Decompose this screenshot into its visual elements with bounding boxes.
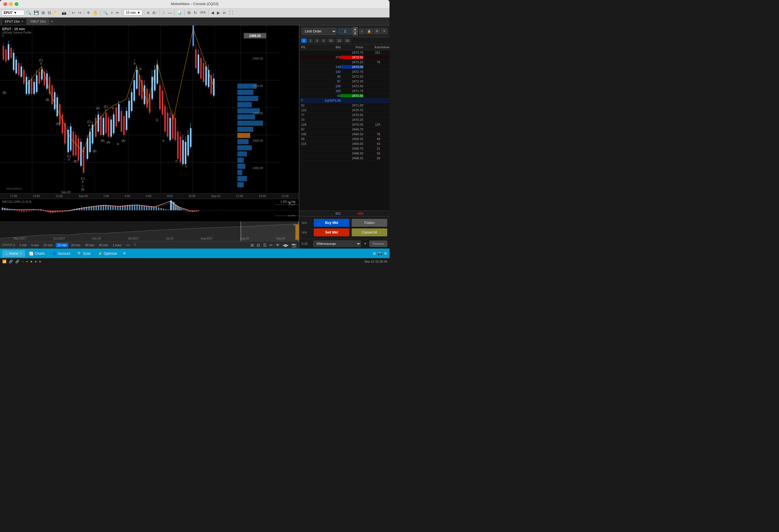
tf-30min-button[interactable]: 30 min <box>83 243 96 247</box>
table-row[interactable]: 128 2470.00 129 <box>299 122 390 127</box>
search-button[interactable]: 🔍 <box>25 10 32 15</box>
buy-market-button[interactable]: Buy Mkt <box>314 219 349 227</box>
tf-20min-button[interactable]: 20 min <box>69 243 82 247</box>
table-row[interactable]: 2468.25 29 <box>299 156 390 161</box>
bottom-tab-home[interactable]: ⌂ Home ✕ <box>2 250 25 257</box>
table-row[interactable]: 90 2472.50 275 <box>299 74 390 79</box>
num-tab-5[interactable]: 5 <box>320 39 326 43</box>
table-row[interactable]: 7 2@2471.25 1363 <box>299 98 390 103</box>
table-row[interactable]: 142 2472.75 245 <box>299 69 390 74</box>
num-tab-15[interactable]: 15 <box>336 39 343 43</box>
zoom-out-button[interactable]: 🔍 <box>102 10 109 15</box>
flatten-button[interactable]: Flatten <box>352 219 387 227</box>
num-tab-20[interactable]: 20 <box>344 39 351 43</box>
order-settings-icon[interactable]: ≡ <box>359 28 364 34</box>
table-row[interactable]: 97 2472.25 233 <box>299 79 390 84</box>
table-row[interactable]: 2468.50 34 <box>299 151 390 156</box>
tab-ymu7[interactable]: YMU7 15m <box>27 18 49 24</box>
tf-10min-button[interactable]: 10 min <box>42 243 55 247</box>
order-lock-icon[interactable]: 🔒 <box>365 28 373 34</box>
chart-list-button[interactable]: ☰ <box>262 242 267 248</box>
overview-panel[interactable]: ✕ May-2017 Jun-2017 Jun-18 Jul-2017 Jul-… <box>0 221 299 241</box>
main-chart[interactable]: EPU7 - 15 min (A)Daily Volume Profile 5 <box>0 25 299 193</box>
ofa-button[interactable]: OFA <box>199 10 206 15</box>
quantity-input[interactable] <box>338 28 352 35</box>
tf-1min-button[interactable]: 1 min <box>17 243 28 247</box>
bottom-layout-button[interactable]: ⊞ <box>373 251 376 256</box>
close-button[interactable] <box>3 2 7 6</box>
tab-epu7-close[interactable]: ✕ <box>21 20 23 23</box>
table-row[interactable]: 77 2470.50 625 <box>299 113 390 118</box>
num-tab-10[interactable]: 10 <box>327 39 335 43</box>
font-size-button[interactable]: A <box>146 10 150 15</box>
timeframe-selector[interactable]: 15 min ▼ <box>124 10 142 15</box>
draw-button[interactable]: ✏ <box>115 10 120 15</box>
settings-button[interactable]: ⚙ <box>186 10 192 15</box>
table-row[interactable]: 67 2469.75 132 <box>299 127 390 132</box>
table-row[interactable]: 148 2473.00 137 <box>299 65 390 69</box>
cancel-all-button[interactable]: Cancel All <box>352 228 387 236</box>
tf-45min-button[interactable]: 45 min <box>97 243 110 247</box>
minimize-button[interactable] <box>9 2 13 6</box>
table-row[interactable]: 375 2473.50 <box>299 55 390 60</box>
account-select[interactable]: SIMmwaveapi <box>313 241 361 247</box>
chart-eye-button[interactable]: 👁 <box>275 242 281 248</box>
grid-button[interactable]: ⊞ <box>41 10 46 15</box>
maximize-button[interactable] <box>15 2 18 6</box>
overview-close-button[interactable]: ✕ <box>292 223 297 227</box>
table-row[interactable]: 2468.75 21 <box>299 146 390 151</box>
bottom-tab-optimize[interactable]: ⚡ Optimize <box>95 250 120 257</box>
bottom-snapshot-button[interactable]: 📷 <box>378 251 382 256</box>
chart-draw-button[interactable]: ✏ <box>268 242 274 248</box>
layout-button[interactable]: ⊟ <box>47 10 52 15</box>
nav-back-button[interactable]: ◀ <box>210 10 215 15</box>
chart-camera2-button[interactable]: 📷 <box>291 242 297 248</box>
save-button[interactable]: 💾 <box>33 10 40 15</box>
order-type-select[interactable]: Limit Order Market Order Stop Order <box>302 28 337 35</box>
table-row[interactable]: 105 2472.00 421 <box>299 84 390 89</box>
bottom-settings-button[interactable]: ⚙ <box>384 251 387 256</box>
sell-market-button[interactable]: Sell Mkt <box>314 228 349 236</box>
bottom-tab-scan[interactable]: 🔍 Scan <box>74 250 94 257</box>
num-tab-2[interactable]: 2 <box>308 39 313 43</box>
qty-down-button[interactable]: ▼ <box>353 31 358 36</box>
order-book[interactable]: 2473.75 221 375 2473.50 2473.25 79 <box>299 50 390 211</box>
tf-more-button[interactable]: >> <box>124 243 131 247</box>
macd-close-button[interactable]: ✕ <box>292 200 297 204</box>
bottom-tab-home-close[interactable]: ✕ <box>19 252 22 255</box>
crosshair-button[interactable]: ✛ <box>86 10 91 15</box>
nav-forward-button[interactable]: ▶ <box>216 10 221 15</box>
order-close-icon[interactable]: ✕ <box>381 28 387 34</box>
add-chart-tab-button[interactable]: + <box>49 19 54 24</box>
add-bottom-tab-button[interactable]: + <box>121 251 128 256</box>
color-button[interactable]: A <box>162 10 166 15</box>
tf-15min-button[interactable]: 15 min <box>56 243 68 247</box>
num-tab-3[interactable]: 3 <box>314 39 320 43</box>
table-row[interactable]: 2473.75 221 <box>299 50 390 55</box>
redo-button[interactable]: ↪ <box>77 10 82 15</box>
account-dropdown-icon[interactable]: ▼ <box>363 241 368 246</box>
symbol-selector[interactable]: EPU7 ▼ <box>2 10 24 15</box>
pointer-button[interactable]: 🖐 <box>92 10 99 15</box>
fullscreen-button[interactable]: ⛶ <box>228 10 234 15</box>
table-row[interactable]: 146 2469.50 78 <box>299 132 390 137</box>
tf-5min-button[interactable]: 5 min <box>29 243 41 247</box>
chart-grid-button[interactable]: ⊟ <box>256 242 261 248</box>
folder-button[interactable]: 📁 <box>53 10 60 15</box>
camera-button[interactable]: 📷 <box>61 10 67 15</box>
undo-button[interactable]: ↩ <box>71 10 76 15</box>
chart-nav-button[interactable]: ◀▶ <box>282 242 290 248</box>
chart-layout-button[interactable]: ⊞ <box>250 242 255 248</box>
nav-end-button[interactable]: ⊳ <box>222 10 227 15</box>
table-row[interactable]: 69 2469.25 49 <box>299 137 390 141</box>
table-row[interactable]: 100 2471.75 548 <box>299 89 390 93</box>
refresh-button[interactable]: ↻ <box>193 10 198 15</box>
table-row[interactable]: 116 2469.00 43 <box>299 141 390 146</box>
tf-7-button[interactable]: 7 <box>132 243 137 247</box>
qty-up-button[interactable]: ▲ <box>353 27 358 31</box>
table-row[interactable]: 2473.25 79 <box>299 60 390 65</box>
table-row[interactable]: 110 2470.75 551 <box>299 108 390 113</box>
bottom-tab-charts[interactable]: 📈 Charts <box>26 250 48 257</box>
bottom-tab-account[interactable]: 👤 Account <box>49 250 73 257</box>
table-row[interactable]: 62 2471.00 1318 <box>299 103 390 108</box>
